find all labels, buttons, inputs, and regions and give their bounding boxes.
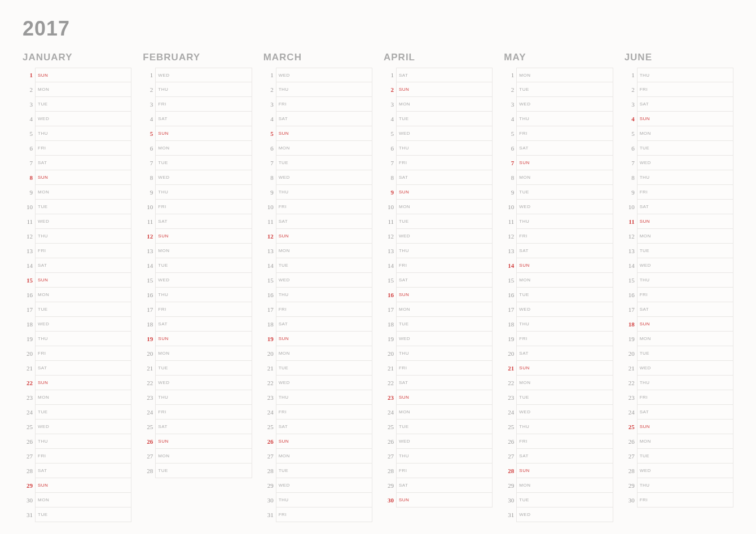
day-weekday: SUN (396, 82, 413, 97)
day-note-space (52, 112, 131, 126)
day-weekday: FRI (276, 97, 293, 112)
day-weekday: FRI (637, 390, 654, 405)
day-weekday: SAT (396, 273, 413, 288)
day-note-space (533, 141, 613, 156)
day-number: 12 (263, 229, 276, 244)
day-weekday: SAT (396, 478, 413, 493)
day-row: 30THU (263, 493, 372, 507)
day-number: 23 (143, 390, 155, 405)
day-note-space (654, 464, 733, 478)
day-weekday: SAT (155, 420, 172, 434)
day-row: 24FRI (143, 405, 252, 420)
day-weekday: MON (637, 332, 654, 346)
day-note-space (413, 200, 493, 214)
day-number: 15 (263, 273, 276, 288)
day-weekday: MON (516, 478, 533, 493)
day-row: 1THU (625, 68, 733, 82)
day-note-space (654, 229, 733, 244)
day-number: 3 (384, 97, 396, 112)
day-weekday: THU (276, 82, 293, 97)
month-name: JUNE (625, 52, 733, 63)
day-number: 28 (143, 464, 155, 478)
day-note-space (293, 288, 372, 302)
day-note-space (413, 376, 493, 390)
day-number: 6 (263, 141, 276, 156)
day-row: 10TUE (23, 200, 131, 214)
day-weekday: THU (396, 346, 413, 361)
day-row: 8SUN (23, 170, 131, 185)
day-note-space (52, 493, 131, 507)
day-row: 16THU (143, 288, 252, 302)
day-row: 4SAT (143, 112, 252, 126)
day-number: 22 (23, 376, 35, 390)
day-note-space (533, 244, 613, 258)
day-number: 15 (504, 273, 516, 288)
day-row: 4THU (504, 112, 613, 126)
day-row: 13SAT (504, 244, 613, 258)
day-number: 26 (384, 434, 396, 449)
day-note-space (533, 68, 613, 82)
day-weekday: TUE (637, 449, 654, 464)
day-note-space (533, 420, 613, 434)
day-row: 18WED (23, 317, 131, 332)
day-number: 9 (263, 185, 276, 200)
day-note-space (172, 170, 252, 185)
day-note-space (293, 376, 372, 390)
day-note-space (413, 478, 493, 493)
day-number: 21 (625, 361, 637, 376)
day-note-space (533, 273, 613, 288)
day-row: 23SUN (384, 390, 493, 405)
day-weekday: THU (276, 185, 293, 200)
day-note-space (413, 390, 493, 405)
day-note-space (293, 244, 372, 258)
day-weekday: TUE (396, 214, 413, 229)
day-number: 8 (384, 170, 396, 185)
day-number: 23 (504, 390, 516, 405)
day-note-space (413, 229, 493, 244)
day-row: 21TUE (143, 361, 252, 376)
day-note-space (52, 449, 131, 464)
day-number: 16 (384, 288, 396, 302)
day-note-space (533, 361, 613, 376)
day-note-space (413, 317, 493, 332)
day-weekday: TUE (276, 156, 293, 170)
day-note-space (172, 376, 252, 390)
day-weekday: WED (396, 434, 413, 449)
day-weekday: WED (35, 112, 52, 126)
day-note-space (52, 507, 131, 522)
day-note-space (533, 493, 613, 507)
day-row: 29THU (625, 478, 733, 493)
day-number: 28 (504, 464, 516, 478)
day-weekday: TUE (276, 258, 293, 273)
day-weekday: FRI (516, 126, 533, 141)
day-number: 22 (504, 376, 516, 390)
day-number: 7 (384, 156, 396, 170)
day-weekday: WED (396, 332, 413, 346)
day-row: 24SAT (625, 405, 733, 420)
day-weekday: THU (396, 244, 413, 258)
day-weekday: SUN (155, 229, 172, 244)
day-number: 8 (143, 170, 155, 185)
day-row: 30TUE (504, 493, 613, 507)
day-weekday: TUE (396, 112, 413, 126)
day-weekday: WED (155, 376, 172, 390)
day-number: 20 (625, 346, 637, 361)
day-note-space (172, 112, 252, 126)
day-row: 11SAT (143, 214, 252, 229)
day-note-space (654, 112, 733, 126)
day-number: 30 (625, 493, 637, 507)
day-row: 25THU (504, 420, 613, 434)
day-number: 23 (263, 390, 276, 405)
day-weekday: SAT (35, 361, 52, 376)
day-note-space (172, 141, 252, 156)
day-row: 13TUE (625, 244, 733, 258)
day-row: 26MON (625, 434, 733, 449)
day-number: 5 (23, 126, 35, 141)
day-number: 30 (23, 493, 35, 507)
day-row: 21FRI (384, 361, 493, 376)
day-row: 11WED (23, 214, 131, 229)
day-note-space (52, 258, 131, 273)
day-row: 23THU (143, 390, 252, 405)
day-number: 11 (504, 214, 516, 229)
day-number: 21 (504, 361, 516, 376)
